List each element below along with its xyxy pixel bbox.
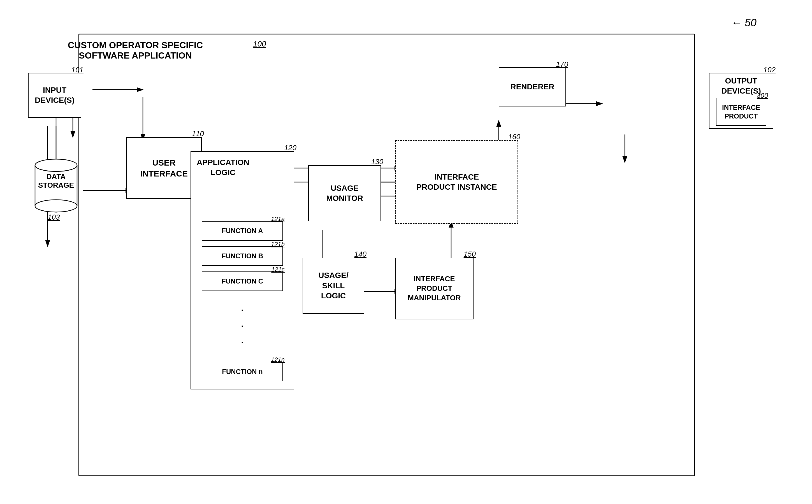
function-c-box: 121c FUNCTION C <box>202 271 283 291</box>
main-box-title: CUSTOM OPERATOR SPECIFIC SOFTWARE APPLIC… <box>23 40 247 61</box>
svg-point-23 <box>35 159 77 171</box>
function-b-box: 121b FUNCTION B <box>202 246 283 266</box>
svg-point-24 <box>35 200 77 212</box>
data-storage-cylinder: DATA STORAGE 103 <box>34 157 78 213</box>
interface-product-instance-box: 160 INTERFACE PRODUCT INSTANCE <box>395 140 518 224</box>
application-logic-box: 120 APPLICATION LOGIC 121a FUNCTION A 12… <box>191 151 294 389</box>
function-n-box: 121n FUNCTION n <box>202 362 283 381</box>
interface-product-manipulator-box: 150 INTERFACE PRODUCT MANIPULATOR <box>395 258 474 319</box>
renderer-box: 170 RENDERER <box>499 67 566 106</box>
main-box-label: 100 <box>253 40 266 48</box>
interface-product-box: 300 INTERFACE PRODUCT <box>716 98 766 126</box>
ellipsis-dots: ··· <box>191 302 294 351</box>
main-application-box: CUSTOM OPERATOR SPECIFIC SOFTWARE APPLIC… <box>78 34 695 476</box>
function-a-box: 121a FUNCTION A <box>202 221 283 241</box>
output-device-box: 102 OUTPUT DEVICE(S) 300 INTERFACE PRODU… <box>709 73 773 129</box>
input-device-box: 101 INPUT DEVICE(S) <box>28 73 81 118</box>
usage-skill-logic-box: 140 USAGE/ SKILL LOGIC <box>303 258 364 314</box>
figure-number: ← 50 <box>731 17 757 29</box>
usage-monitor-box: 130 USAGE MONITOR <box>308 165 381 221</box>
